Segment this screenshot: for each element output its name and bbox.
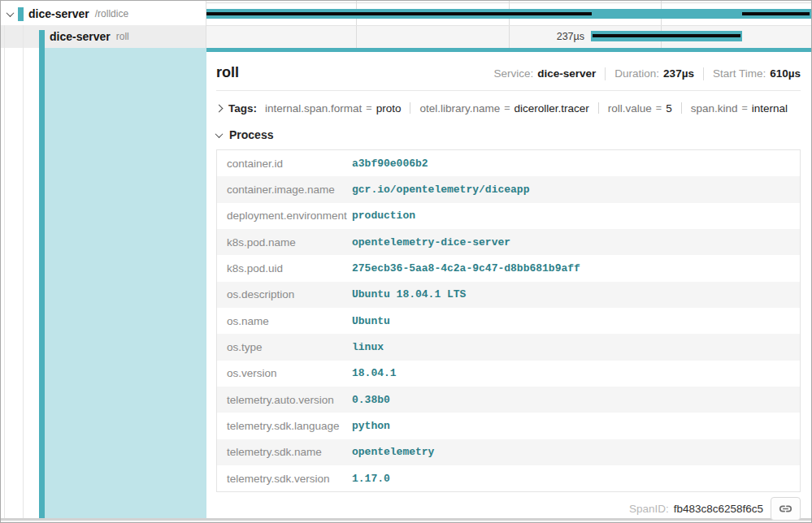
tag-item: otel.library.name = diceroller.tracer <box>419 102 588 115</box>
row-value: python <box>352 420 390 432</box>
table-row: telemetry.sdk.language python <box>217 413 800 439</box>
span-self-time-segment <box>742 12 810 15</box>
divider <box>681 102 682 114</box>
row-key: os.description <box>217 288 352 300</box>
spanid-label: SpanID: <box>629 503 669 515</box>
span-bar-rolldice[interactable] <box>206 9 811 19</box>
row-value: linux <box>352 341 384 353</box>
service-value: dice-server <box>537 67 596 80</box>
header-divider <box>216 90 801 91</box>
row-key: container.image.name <box>217 184 352 196</box>
table-row: deployment.environment production <box>217 203 800 229</box>
spanid-value: fb483c8c6258f6c5 <box>674 503 763 515</box>
chevron-down-icon[interactable] <box>7 9 15 17</box>
row-key: os.version <box>217 367 352 379</box>
span-detail-panel: roll Service: dice-server Duration: 237µ… <box>206 48 812 518</box>
span-duration-label: 237µs <box>423 25 584 48</box>
divider <box>703 67 704 80</box>
duration-label: Duration: <box>614 67 659 80</box>
row-key: k8s.pod.uid <box>217 262 352 274</box>
row-value: opentelemetry-dice-server <box>352 236 510 249</box>
tag-key: internal.span.format <box>265 102 362 115</box>
row-value: Ubuntu 18.04.1 LTS <box>352 288 466 300</box>
row-value: 0.38b0 <box>352 394 390 406</box>
row-value: 18.04.1 <box>352 367 397 379</box>
table-row: k8s.pod.uid 275ecb36-5aa8-4c2a-9c47-d8bb… <box>217 255 800 281</box>
tag-value: proto <box>376 102 402 115</box>
table-row: k8s.pod.name opentelemetry-dice-server <box>217 229 800 255</box>
row-key: os.type <box>217 341 352 353</box>
link-icon <box>779 502 792 516</box>
span-color-chip <box>18 7 24 21</box>
timeline-gridline <box>356 1 357 48</box>
detail-footer: SpanID: fb483c8c6258f6c5 <box>216 492 801 523</box>
name-column-border <box>206 1 206 48</box>
tag-key: roll.value <box>608 102 652 115</box>
row-key: telemetry.sdk.language <box>217 420 352 432</box>
row-key: telemetry.sdk.version <box>217 473 352 485</box>
tag-key: span.kind <box>691 102 738 115</box>
start-time-value: 610µs <box>770 67 801 80</box>
service-label: Service: <box>493 67 533 80</box>
table-row: container.id a3bf90e006b2 <box>217 150 800 176</box>
divider <box>605 67 606 80</box>
copy-span-link-button[interactable] <box>771 497 801 521</box>
span-bar-roll[interactable] <box>591 31 742 41</box>
row-key: os.name <box>217 315 352 327</box>
row-value: Ubuntu <box>352 315 390 327</box>
table-row: os.description Ubuntu 18.04.1 LTS <box>217 282 800 308</box>
tag-value: diceroller.tracer <box>515 102 589 115</box>
tag-key: otel.library.name <box>419 102 500 115</box>
row-key: container.id <box>217 158 352 170</box>
span-self-time-segment <box>206 12 592 15</box>
process-header: Process <box>229 128 273 141</box>
tree-indent-guide <box>4 25 5 518</box>
span-self-time-segment <box>593 34 740 37</box>
span-title: roll <box>216 64 239 81</box>
span-row-rolldice[interactable]: dice-server /rolldice <box>1 2 206 25</box>
span-stats: Service: dice-server Duration: 237µs Sta… <box>493 67 801 80</box>
chevron-down-icon <box>215 130 224 138</box>
row-value: 1.17.0 <box>352 473 390 485</box>
timeline-ruler-line <box>206 2 811 3</box>
table-row: os.version 18.04.1 <box>217 361 800 387</box>
row-value: opentelemetry <box>352 446 434 458</box>
row-value: production <box>352 210 415 222</box>
row-key: k8s.pod.name <box>217 236 352 249</box>
selected-span-color-rail <box>39 30 45 518</box>
tag-value: 5 <box>666 102 672 115</box>
table-row: telemetry.sdk.version 1.17.0 <box>217 465 800 491</box>
row-key: deployment.environment <box>217 210 352 222</box>
process-accordion[interactable]: Process <box>216 126 801 144</box>
table-row: telemetry.sdk.name opentelemetry <box>217 439 800 465</box>
tag-item: roll.value = 5 <box>608 102 672 115</box>
jaeger-span-detail-view: dice-server /rolldice dice-server roll 2… <box>0 0 812 523</box>
tree-indent-guide <box>23 25 24 518</box>
detail-header: roll Service: dice-server Duration: 237µ… <box>216 52 801 81</box>
chevron-right-icon <box>215 104 224 112</box>
detail-row-highlight <box>45 48 206 518</box>
start-time-label: Start Time: <box>713 67 766 80</box>
duration-value: 237µs <box>663 67 694 80</box>
divider <box>410 102 410 114</box>
tags-accordion[interactable]: Tags: internal.span.format = proto otel.… <box>216 98 801 118</box>
span-service-name: dice-server <box>50 30 111 43</box>
row-value: a3bf90e006b2 <box>352 158 428 170</box>
tag-item: span.kind = internal <box>691 102 788 115</box>
row-value: 275ecb36-5aa8-4c2a-9c47-d8bb681b9aff <box>352 262 580 274</box>
span-operation-name: roll <box>116 31 129 42</box>
row-key: telemetry.auto.version <box>217 394 352 406</box>
row-value: gcr.io/opentelemetry/diceapp <box>352 184 529 196</box>
equals-sign: = <box>504 102 510 114</box>
table-row: os.type linux <box>217 334 800 360</box>
process-key-value-table: container.id a3bf90e006b2 container.imag… <box>216 149 801 492</box>
span-row-roll[interactable]: dice-server roll <box>1 25 206 48</box>
row-key: telemetry.sdk.name <box>217 446 352 458</box>
tags-header: Tags: <box>228 102 257 115</box>
divider <box>598 102 599 114</box>
equals-sign: = <box>656 102 662 114</box>
tag-value: internal <box>752 102 788 115</box>
span-service-name: dice-server <box>28 7 89 20</box>
span-operation-name: /rolldice <box>95 8 128 19</box>
table-row: telemetry.auto.version 0.38b0 <box>217 387 800 413</box>
